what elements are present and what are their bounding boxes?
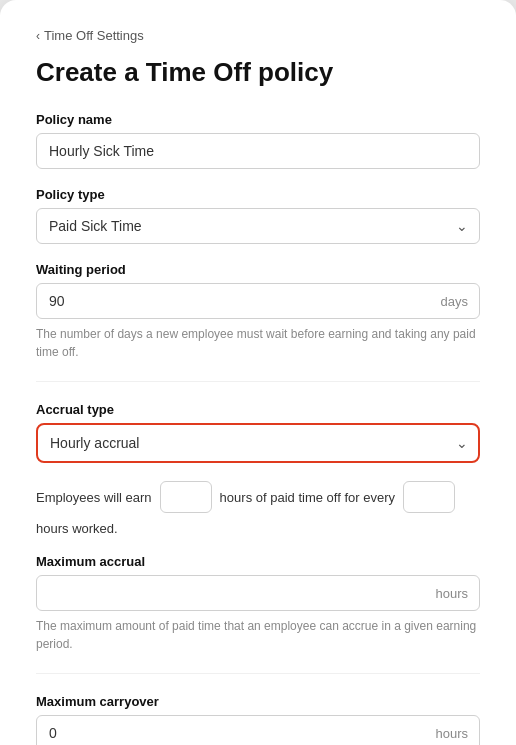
divider — [36, 381, 480, 382]
earn-every-hours-input[interactable] — [403, 481, 455, 513]
accrual-type-select[interactable]: Hourly accrual Fixed accrual Unlimited — [36, 423, 480, 463]
maximum-accrual-input-wrapper: hours — [36, 575, 480, 611]
policy-type-group: Policy type Paid Sick Time Unpaid Time O… — [36, 187, 480, 244]
earn-suffix: hours worked. — [36, 521, 118, 536]
earn-hours-label: hours of paid time off for every — [220, 490, 395, 505]
maximum-carryover-input-wrapper: hours — [36, 715, 480, 745]
maximum-accrual-label: Maximum accrual — [36, 554, 480, 569]
policy-type-select-wrapper: Paid Sick Time Unpaid Time Off PTO ⌄ — [36, 208, 480, 244]
earn-row: Employees will earn hours of paid time o… — [36, 481, 480, 536]
page-title: Create a Time Off policy — [36, 57, 480, 88]
waiting-period-input[interactable] — [36, 283, 480, 319]
divider-2 — [36, 673, 480, 674]
waiting-period-input-wrapper: days — [36, 283, 480, 319]
accrual-type-group: Accrual type Hourly accrual Fixed accrua… — [36, 402, 480, 463]
waiting-period-group: Waiting period days The number of days a… — [36, 262, 480, 361]
policy-name-label: Policy name — [36, 112, 480, 127]
create-policy-card: ‹ Time Off Settings Create a Time Off po… — [0, 0, 516, 745]
maximum-carryover-label: Maximum carryover — [36, 694, 480, 709]
breadcrumb: ‹ Time Off Settings — [36, 28, 480, 43]
waiting-period-label: Waiting period — [36, 262, 480, 277]
policy-name-input[interactable] — [36, 133, 480, 169]
accrual-type-select-wrapper: Hourly accrual Fixed accrual Unlimited ⌄ — [36, 423, 480, 463]
policy-type-select[interactable]: Paid Sick Time Unpaid Time Off PTO — [36, 208, 480, 244]
back-chevron-icon: ‹ — [36, 29, 40, 43]
maximum-accrual-input[interactable] — [36, 575, 480, 611]
breadcrumb-link[interactable]: Time Off Settings — [44, 28, 144, 43]
policy-type-label: Policy type — [36, 187, 480, 202]
maximum-carryover-input[interactable] — [36, 715, 480, 745]
maximum-accrual-group: Maximum accrual hours The maximum amount… — [36, 554, 480, 653]
policy-name-group: Policy name — [36, 112, 480, 169]
maximum-carryover-group: Maximum carryover hours The maximum amou… — [36, 694, 480, 745]
maximum-accrual-helper: The maximum amount of paid time that an … — [36, 617, 480, 653]
accrual-type-label: Accrual type — [36, 402, 480, 417]
earn-hours-input[interactable] — [160, 481, 212, 513]
waiting-period-helper: The number of days a new employee must w… — [36, 325, 480, 361]
earn-prefix: Employees will earn — [36, 490, 152, 505]
